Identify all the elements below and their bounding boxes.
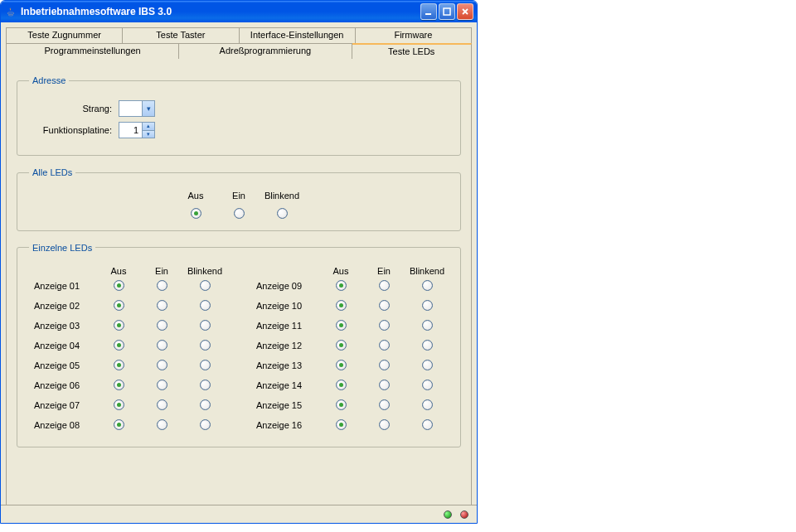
anzeige-13-aus-radio[interactable] [336,360,347,370]
anzeige-08-ein-radio[interactable] [157,419,167,430]
anzeige-10-aus-radio[interactable] [336,300,347,311]
funktionsplatine-spinner[interactable]: 1 ▴▾ [119,122,155,138]
anzeige-15-label: Anzeige 15 [251,400,319,410]
anzeige-15-aus-radio[interactable] [336,399,347,410]
anzeige-15-ein-radio[interactable] [379,399,390,410]
anzeige-05-ein-radio[interactable] [157,360,167,370]
group-adresse-legend: Adresse [29,75,69,85]
statusbar [1,505,477,523]
tab-programmeinstellungen[interactable]: Programmeinstellungen [6,43,179,60]
anzeige-05-blinkend-radio[interactable] [200,360,211,370]
spinner-up-icon[interactable]: ▴ [143,123,154,131]
app-window: Inbetriebnahmesoftware IBS 3.0 Teste Zug… [0,0,478,524]
group-adresse: Adresse Strang: ▾ Funktionsplatine: 1 ▴▾ [17,75,461,156]
group-einzelne-leds: Einzelne LEDs Aus Ein Blinkend Anzeige 0… [17,243,461,447]
anzeige-11-ein-radio[interactable] [379,320,390,331]
funktionsplatine-label: Funktionsplatine: [29,125,112,135]
anzeige-11-aus-radio[interactable] [336,320,347,331]
tab-teste-zugnummer[interactable]: Teste Zugnummer [6,27,123,44]
tab-panel-teste-leds: Adresse Strang: ▾ Funktionsplatine: 1 ▴▾ [6,59,472,505]
anzeige-03-aus-radio[interactable] [114,320,124,331]
all-ein-radio[interactable] [234,208,245,219]
anzeige-14-ein-radio[interactable] [379,380,390,390]
anzeige-06-blinkend-radio[interactable] [200,380,211,390]
anzeige-01-blinkend-radio[interactable] [200,280,211,291]
anzeige-07-ein-radio[interactable] [157,399,167,410]
anzeige-02-aus-radio[interactable] [114,300,124,311]
anzeige-09-ein-radio[interactable] [379,280,390,291]
anzeige-14-blinkend-radio[interactable] [422,380,433,390]
all-aus-radio[interactable] [191,208,201,219]
tab-interface-einstellungen[interactable]: Interface-Einstellungen [240,27,356,44]
java-app-icon [4,5,17,18]
anzeige-07-label: Anzeige 07 [29,400,97,410]
group-alle-leds-legend: Alle LEDs [29,167,75,177]
anzeige-13-ein-radio[interactable] [379,360,390,370]
close-button[interactable] [457,3,473,20]
anzeige-08-aus-radio[interactable] [114,419,124,430]
anzeige-09-blinkend-radio[interactable] [422,280,433,291]
anzeige-11-blinkend-radio[interactable] [422,320,433,331]
einzel-col-right: Aus Ein Blinkend Anzeige 09 Anzeige 10 A… [251,266,449,435]
einzel-left-ein-header: Ein [140,266,183,276]
anzeige-15-blinkend-radio[interactable] [422,399,433,410]
anzeige-06-label: Anzeige 06 [29,380,97,390]
anzeige-10-ein-radio[interactable] [379,300,390,311]
anzeige-07-aus-radio[interactable] [114,399,124,410]
anzeige-10-label: Anzeige 10 [251,301,319,311]
einzel-right-ein-header: Ein [362,266,405,276]
anzeige-04-aus-radio[interactable] [114,340,124,351]
anzeige-16-blinkend-radio[interactable] [422,419,433,430]
all-blinkend-label: Blinkend [260,191,303,201]
window-title: Inbetriebnahmesoftware IBS 3.0 [21,6,420,17]
all-aus-label: Aus [174,191,217,201]
minimize-button[interactable] [420,3,437,20]
group-alle-leds: Alle LEDs Aus Ein Blinkend [17,167,461,231]
anzeige-13-label: Anzeige 13 [251,360,319,370]
anzeige-08-label: Anzeige 08 [29,420,97,430]
anzeige-04-ein-radio[interactable] [157,340,167,351]
einzel-left-blinkend-header: Blinkend [183,266,226,276]
spinner-down-icon[interactable]: ▾ [143,131,154,138]
tab-firmware[interactable]: Firmware [356,27,472,44]
anzeige-16-aus-radio[interactable] [336,419,347,430]
anzeige-10-blinkend-radio[interactable] [422,300,433,311]
anzeige-01-aus-radio[interactable] [114,280,124,291]
anzeige-16-ein-radio[interactable] [379,419,390,430]
tab-teste-taster[interactable]: Teste Taster [123,27,239,44]
svg-point-1 [8,14,13,16]
anzeige-03-label: Anzeige 03 [29,321,97,331]
anzeige-11-label: Anzeige 11 [251,321,319,331]
maximize-button[interactable] [439,3,455,20]
anzeige-14-aus-radio[interactable] [336,380,347,390]
anzeige-02-ein-radio[interactable] [157,300,167,311]
anzeige-12-blinkend-radio[interactable] [422,340,433,351]
all-blinkend-radio[interactable] [277,208,288,219]
anzeige-04-blinkend-radio[interactable] [200,340,211,351]
titlebar: Inbetriebnahmesoftware IBS 3.0 [1,1,477,22]
anzeige-13-blinkend-radio[interactable] [422,360,433,370]
anzeige-06-ein-radio[interactable] [157,380,167,390]
anzeige-14-label: Anzeige 14 [251,380,319,390]
tab-teste-leds[interactable]: Teste LEDs [352,43,472,60]
strang-combobox[interactable]: ▾ [119,100,155,117]
all-ein-label: Ein [217,191,260,201]
einzel-right-aus-header: Aus [319,266,362,276]
anzeige-03-ein-radio[interactable] [157,320,167,331]
anzeige-12-ein-radio[interactable] [379,340,390,351]
anzeige-08-blinkend-radio[interactable] [200,419,211,430]
tab-adressprogrammierung[interactable]: Adreßprogrammierung [179,43,352,60]
anzeige-06-aus-radio[interactable] [114,380,124,390]
tabs-row-1: Teste Zugnummer Teste Taster Interface-E… [6,27,472,44]
anzeige-09-aus-radio[interactable] [336,280,347,291]
anzeige-02-blinkend-radio[interactable] [200,300,211,311]
anzeige-09-label: Anzeige 09 [251,281,319,291]
anzeige-12-aus-radio[interactable] [336,340,347,351]
anzeige-01-ein-radio[interactable] [157,280,167,291]
strang-label: Strang: [29,104,112,114]
funktionsplatine-value: 1 [119,125,142,135]
anzeige-03-blinkend-radio[interactable] [200,320,211,331]
anzeige-05-aus-radio[interactable] [114,360,124,370]
anzeige-07-blinkend-radio[interactable] [200,399,211,410]
svg-rect-2 [425,13,431,15]
